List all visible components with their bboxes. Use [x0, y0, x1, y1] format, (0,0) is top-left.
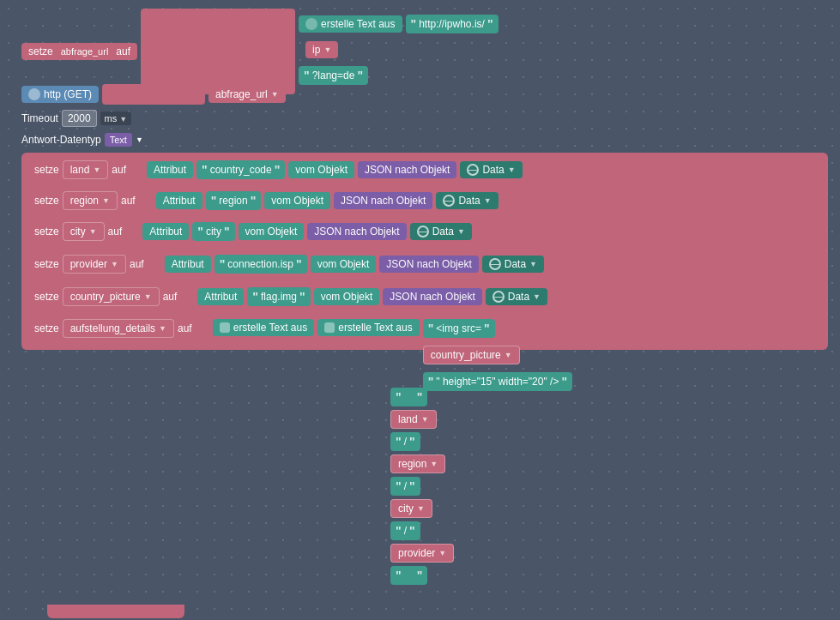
country-picture-var[interactable]: country_picture ▼ [63, 287, 160, 306]
setze-land-label: setze [34, 164, 59, 176]
region-quote: " region " [206, 191, 262, 210]
setze-land-row: setze land ▼ auf Attribut " country_code… [34, 160, 523, 184]
ms-dropdown[interactable]: ms ▼ [100, 111, 132, 125]
lang-quote-block: " ?lang=de " [299, 66, 368, 85]
empty-quote-1: " " [390, 388, 427, 406]
globe-icon-3 [417, 226, 429, 238]
gear-icon [305, 18, 317, 30]
provider-var[interactable]: provider ▼ [63, 255, 126, 274]
timeout-section: Timeout 2000 ms ▼ [21, 110, 131, 131]
auf-label-4: auf [130, 258, 144, 270]
auf-label-1: auf [112, 164, 126, 176]
vom-objekt-1: vom Objekt [288, 161, 354, 178]
json-nach-objekt-1: JSON nach Objekt [358, 161, 456, 178]
setze-region-label: setze [34, 195, 59, 207]
attribut-4: Attribut [165, 256, 211, 273]
attribut-2: Attribut [156, 192, 202, 209]
land-var[interactable]: land ▼ [63, 160, 109, 179]
land-ref[interactable]: land ▼ [390, 410, 437, 429]
json-nach-objekt-2: JSON nach Objekt [334, 192, 432, 209]
data-globe-4[interactable]: Data ▼ [482, 256, 544, 273]
erstelle-1-btn[interactable]: erstelle Text aus [213, 319, 315, 336]
erstelle-2-btn[interactable]: erstelle Text aus [317, 319, 420, 336]
json-nach-objekt-5: JSON nach Objekt [383, 288, 481, 305]
vom-objekt-5: vom Objekt [314, 288, 380, 305]
city-ref[interactable]: city ▼ [390, 499, 432, 518]
gear-icon-erstelle1 [220, 322, 230, 333]
auf-label-3: auf [108, 226, 123, 238]
http-section: http (GET) abfrage_url ▼ [21, 84, 286, 109]
gear-icon-erstelle2 [324, 322, 335, 333]
globe-icon-1 [467, 164, 479, 176]
timeout-value[interactable]: 2000 [62, 110, 97, 127]
json-nach-objekt-4: JSON nach Objekt [379, 256, 478, 273]
timeout-label: Timeout [21, 112, 58, 124]
vom-objekt-3: vom Objekt [239, 223, 305, 240]
connection-isp-quote: " connection.isp " [215, 255, 307, 274]
city-quote: " city " [192, 222, 234, 241]
slash-1-quote: " / " [390, 432, 420, 451]
region-var[interactable]: region ▼ [63, 191, 118, 210]
city-var[interactable]: city ▼ [63, 222, 105, 241]
setze-country-picture-label: setze [34, 291, 59, 303]
http-get-block[interactable]: http (GET) [21, 86, 99, 103]
setze-city-label: setze [34, 226, 59, 238]
setze-aufstellung-label: setze [34, 319, 59, 334]
setze-region-row: setze region ▼ auf Attribut " region " v… [34, 190, 499, 215]
attribut-5: Attribut [197, 288, 244, 305]
auf-label-6: auf [178, 319, 192, 334]
abfrage-url-dropdown[interactable]: abfrage_url ▼ [208, 86, 286, 103]
globe-icon-5 [493, 291, 505, 303]
attribut-1: Attribut [147, 161, 193, 178]
aufstellung-details-var[interactable]: aufstellung_details ▼ [63, 319, 174, 338]
antwort-value[interactable]: Text [105, 133, 132, 147]
globe-icon-2 [443, 195, 455, 207]
antwort-section: Antwort-Datentyp Text ▼ [21, 133, 143, 151]
top-row: setze abfrage_url auf erstelle Text aus … [21, 9, 499, 94]
bottom-pink-curve [47, 605, 184, 618]
data-globe-3[interactable]: Data ▼ [410, 223, 472, 240]
auf-label-2: auf [121, 195, 136, 207]
setze-provider-row: setze provider ▼ auf Attribut " connecti… [34, 254, 544, 279]
empty-quote-2: " " [390, 566, 427, 585]
data-globe-5[interactable]: Data ▼ [486, 288, 547, 305]
setze-city-row: setze city ▼ auf Attribut " city " vom O… [34, 221, 472, 246]
setze-provider-label: setze [34, 258, 59, 270]
img-src-quote: " <img src= " [423, 319, 495, 338]
vom-objekt-4: vom Objekt [311, 256, 377, 273]
flag-img-quote: " flag.img " [247, 287, 310, 306]
provider-ref[interactable]: provider ▼ [390, 544, 454, 563]
antwort-label: Antwort-Datentyp [21, 134, 101, 146]
region-ref[interactable]: region ▼ [390, 454, 445, 473]
concat-stack: " " land ▼ " / " region ▼ " / " [390, 388, 454, 588]
erstelle-text-aus-btn[interactable]: erstelle Text aus [299, 15, 402, 33]
vom-objekt-2: vom Objekt [264, 192, 330, 209]
country-picture-ref[interactable]: country_picture ▼ [423, 346, 520, 364]
auf-label-5: auf [163, 291, 178, 303]
slash-3-quote: " / " [390, 521, 420, 540]
attribut-3: Attribut [142, 223, 189, 240]
country-code-quote: " country_code " [196, 160, 285, 179]
data-globe-1[interactable]: Data ▼ [460, 161, 522, 178]
http-icon [28, 88, 40, 100]
slash-2-quote: " / " [390, 477, 420, 496]
aufstellung-row: setze aufstellung_details ▼ auf erstelle… [34, 319, 572, 400]
ip-var-block[interactable]: ip ▼ [305, 41, 338, 58]
setze-label: setze abfrage_url auf [21, 43, 137, 60]
url-quote-block: " http://ipwho.is/ " [406, 15, 499, 33]
setze-country-picture-row: setze country_picture ▼ auf Attribut " f… [34, 286, 547, 311]
data-globe-2[interactable]: Data ▼ [436, 192, 498, 209]
abfrage-url-var[interactable]: abfrage_url [57, 45, 113, 57]
json-nach-objekt-3: JSON nach Objekt [307, 223, 406, 240]
globe-icon-4 [489, 258, 501, 270]
